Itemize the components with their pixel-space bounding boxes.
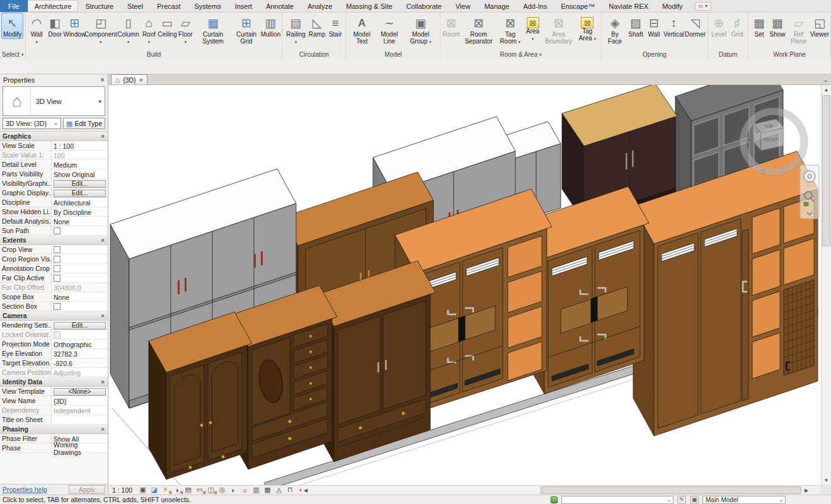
ribbon-panel-label[interactable]: Datum: [710, 50, 746, 59]
floor-button[interactable]: ▱ Floor: [176, 13, 194, 45]
shaft-button[interactable]: ▨ Shaft: [627, 13, 645, 38]
vertical-opening-button[interactable]: ↕ Vertical: [663, 13, 684, 38]
tab-annotate[interactable]: Annotate: [259, 0, 301, 12]
railing-button[interactable]: ▤ Railing: [284, 13, 307, 45]
tab-steel[interactable]: Steel: [120, 0, 150, 12]
level-button[interactable]: ⊕ Level: [710, 13, 728, 38]
checkbox[interactable]: [54, 275, 60, 282]
edit-type-button[interactable]: Edit Type: [63, 118, 105, 129]
design-options-icon[interactable]: ▣: [690, 496, 699, 504]
tab-naviate-rex[interactable]: Naviate REX: [602, 0, 655, 12]
model-group-button[interactable]: ▣ Model Group: [403, 13, 438, 45]
ribbon-panel-label[interactable]: Build: [28, 50, 280, 59]
crop-region-icon[interactable]: ◫: [206, 486, 215, 494]
tab-insert[interactable]: Insert: [228, 0, 260, 12]
vertical-scrollbar[interactable]: ▲ ▼: [821, 85, 831, 485]
analytical-model-icon[interactable]: ◬: [274, 486, 284, 494]
horizontal-scroll-thumb[interactable]: [541, 486, 801, 494]
section-header[interactable]: Camera: [0, 311, 108, 321]
horizontal-scrollbar[interactable]: ◀ ▶: [301, 485, 811, 495]
roof-button[interactable]: ⌂ Roof: [140, 13, 158, 45]
vertical-scroll-thumb[interactable]: [822, 95, 830, 246]
tag-room-button[interactable]: ⊠ Tag Room: [497, 13, 523, 45]
ribbon-panel-label[interactable]: Circulation: [284, 50, 344, 59]
show-button[interactable]: ▦ Show: [769, 13, 786, 38]
temporary-hide-isolate-icon[interactable]: ◐: [229, 486, 238, 494]
property-button[interactable]: <None>: [54, 388, 106, 396]
tab-enscape[interactable]: Enscape™: [554, 0, 602, 12]
tab-addins[interactable]: Add-Ins: [516, 0, 554, 12]
detail-level-icon[interactable]: ▤: [183, 486, 193, 494]
by-face-button[interactable]: ◈ By Face: [604, 13, 626, 45]
navigation-bar[interactable]: [800, 165, 819, 219]
property-button[interactable]: Edit...: [54, 180, 106, 188]
instance-selector[interactable]: 3D View: {3D}: [3, 118, 61, 129]
section-header[interactable]: Graphics: [0, 132, 108, 141]
ceiling-button[interactable]: ▭ Ceiling: [158, 13, 176, 38]
checkbox[interactable]: [54, 246, 60, 253]
ribbon-panel-label[interactable]: Work Plane: [750, 50, 828, 59]
type-selector[interactable]: ⌂ 3D View: [3, 86, 105, 116]
area-button[interactable]: ⊠ Area: [524, 13, 542, 42]
ribbon-panel-label[interactable]: Opening: [604, 50, 706, 59]
checkbox[interactable]: [54, 227, 60, 234]
stair-button[interactable]: ≡ Stair: [326, 13, 344, 38]
curtain-system-button[interactable]: ▦ Curtain System: [195, 13, 231, 45]
tab-analyze[interactable]: Analyze: [301, 0, 339, 12]
modify-button[interactable]: ↖ Modify: [2, 13, 23, 38]
scroll-right-icon[interactable]: ▶: [802, 486, 811, 495]
door-button[interactable]: ◧ Door: [46, 13, 64, 38]
tab-precast[interactable]: Precast: [150, 0, 187, 12]
component-button[interactable]: ◰ Component: [85, 13, 116, 45]
property-button[interactable]: Edit...: [54, 190, 106, 197]
tab-architecture[interactable]: Architecture: [28, 0, 79, 12]
wall-opening-button[interactable]: ⊟ Wall: [645, 13, 663, 38]
view-tab-3d[interactable]: {3D}: [111, 74, 147, 84]
ribbon-panel-label[interactable]: Room & Area: [442, 50, 599, 59]
collapse-icon[interactable]: [100, 134, 107, 138]
tab-file[interactable]: File: [0, 0, 28, 12]
scale-indicator[interactable]: 1 : 100: [112, 486, 132, 494]
dormer-button[interactable]: ◹ Dormer: [685, 13, 706, 38]
model-line-button[interactable]: ∼ Model Line: [375, 13, 403, 45]
checkbox[interactable]: [54, 303, 60, 310]
tab-modify[interactable]: Modify: [655, 0, 689, 12]
area-boundary-button[interactable]: ⊠ Area Boundary: [542, 13, 575, 45]
wall-button[interactable]: ◠ Wall: [28, 13, 45, 45]
viewer-button[interactable]: ◱ Viewer: [811, 13, 828, 38]
ribbon-display-toggle[interactable]: ▭ ▾: [695, 2, 712, 11]
cabinet-arched-doors[interactable]: [149, 312, 252, 479]
reveal-hidden-icon[interactable]: ☼: [240, 486, 249, 494]
tab-systems[interactable]: Systems: [187, 0, 227, 12]
tab-massing-site[interactable]: Massing & Site: [339, 0, 399, 12]
room-button[interactable]: ⊠ Room: [442, 13, 460, 38]
design-option-selector[interactable]: Main Model: [702, 496, 786, 504]
tab-manage[interactable]: Manage: [478, 0, 517, 12]
collapse-icon[interactable]: [100, 314, 107, 318]
properties-help-link[interactable]: Properties help: [3, 486, 47, 493]
close-icon[interactable]: [100, 76, 105, 84]
set-button[interactable]: ▦ Set: [750, 13, 768, 38]
model-text-button[interactable]: A Model Text: [348, 13, 375, 45]
apply-button[interactable]: Apply: [69, 485, 105, 494]
workset-selector[interactable]: [561, 496, 673, 504]
curtain-grid-button[interactable]: ⊞ Curtain Grid: [232, 13, 261, 45]
view-tab-list-icon[interactable]: [823, 76, 828, 83]
ribbon-panel-label[interactable]: Model: [348, 50, 438, 59]
column-button[interactable]: ▯ Column: [117, 13, 140, 45]
shadows-icon[interactable]: ◑: [172, 486, 181, 494]
editable-only-icon[interactable]: ✎: [677, 496, 686, 504]
sun-path-icon[interactable]: ☀: [161, 486, 170, 494]
scroll-down-icon[interactable]: ▼: [822, 476, 831, 485]
worksharing-display-icon[interactable]: ▥: [251, 486, 261, 494]
checkbox[interactable]: [54, 265, 60, 272]
crop-view-icon[interactable]: ▭: [195, 486, 204, 494]
scroll-up-icon[interactable]: ▲: [822, 85, 831, 94]
room-separator-button[interactable]: ⊠ Room Separator: [461, 13, 496, 45]
collapse-icon[interactable]: [100, 380, 107, 384]
section-header[interactable]: Identity Data: [0, 377, 108, 387]
tab-structure[interactable]: Structure: [78, 0, 120, 12]
rendering-dialog-icon[interactable]: ▣: [138, 486, 147, 494]
wardrobe-dark-front[interactable]: [316, 261, 435, 462]
close-view-icon[interactable]: [139, 76, 143, 84]
